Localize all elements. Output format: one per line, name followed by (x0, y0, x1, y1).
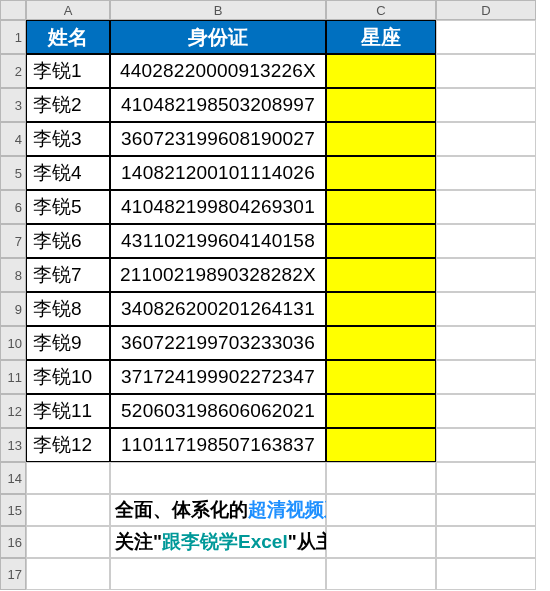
cell-zodiac-2[interactable] (326, 54, 436, 88)
cell-name-5[interactable]: 李锐4 (26, 156, 110, 190)
cell-name-9[interactable]: 李锐8 (26, 292, 110, 326)
cell-D10[interactable] (436, 326, 536, 360)
col-header-D[interactable]: D (436, 0, 536, 20)
row-header-4[interactable]: 4 (0, 122, 26, 156)
row-header-8[interactable]: 8 (0, 258, 26, 292)
row-header-2[interactable]: 2 (0, 54, 26, 88)
cell-zodiac-6[interactable] (326, 190, 436, 224)
cell-zodiac-10[interactable] (326, 326, 436, 360)
cell-C15[interactable] (326, 494, 436, 526)
cell-zodiac-13[interactable] (326, 428, 436, 462)
row-header-12[interactable]: 12 (0, 394, 26, 428)
row-header-9[interactable]: 9 (0, 292, 26, 326)
cell-name-8[interactable]: 李锐7 (26, 258, 110, 292)
cell-id-5[interactable]: 140821200101114026 (110, 156, 326, 190)
cell-D12[interactable] (436, 394, 536, 428)
select-all-corner[interactable] (0, 0, 26, 20)
cell-id-2[interactable]: 44028220000913226X (110, 54, 326, 88)
header-zodiac[interactable]: 星座 (326, 20, 436, 54)
cell-zodiac-4[interactable] (326, 122, 436, 156)
footer-line1: 全面、体系化的超清视频系统课程↓ (110, 494, 326, 526)
cell-D14[interactable] (436, 462, 536, 494)
cell-zodiac-11[interactable] (326, 360, 436, 394)
cell-id-7[interactable]: 431102199604140158 (110, 224, 326, 258)
row-header-7[interactable]: 7 (0, 224, 26, 258)
cell-A16[interactable] (26, 526, 110, 558)
cell-D17[interactable] (436, 558, 536, 590)
cell-B17[interactable] (110, 558, 326, 590)
row-header-15[interactable]: 15 (0, 494, 26, 526)
cell-id-9[interactable]: 340826200201264131 (110, 292, 326, 326)
cell-D5[interactable] (436, 156, 536, 190)
cell-D6[interactable] (436, 190, 536, 224)
footer-brand: 跟李锐学Excel (162, 531, 288, 552)
cell-zodiac-3[interactable] (326, 88, 436, 122)
col-header-C[interactable]: C (326, 0, 436, 20)
cell-id-12[interactable]: 520603198606062021 (110, 394, 326, 428)
cell-id-6[interactable]: 410482199804269301 (110, 190, 326, 224)
cell-C17[interactable] (326, 558, 436, 590)
cell-name-13[interactable]: 李锐12 (26, 428, 110, 462)
cell-zodiac-12[interactable] (326, 394, 436, 428)
cell-zodiac-8[interactable] (326, 258, 436, 292)
cell-D3[interactable] (436, 88, 536, 122)
cell-name-6[interactable]: 李锐5 (26, 190, 110, 224)
cell-D7[interactable] (436, 224, 536, 258)
row-header-16[interactable]: 16 (0, 526, 26, 558)
row-header-13[interactable]: 13 (0, 428, 26, 462)
row-header-1[interactable]: 1 (0, 20, 26, 54)
cell-A17[interactable] (26, 558, 110, 590)
header-name[interactable]: 姓名 (26, 20, 110, 54)
cell-name-12[interactable]: 李锐11 (26, 394, 110, 428)
cell-name-7[interactable]: 李锐6 (26, 224, 110, 258)
cell-D9[interactable] (436, 292, 536, 326)
row-header-17[interactable]: 17 (0, 558, 26, 590)
cell-id-13[interactable]: 110117198507163837 (110, 428, 326, 462)
cell-A14[interactable] (26, 462, 110, 494)
cell-B14[interactable] (110, 462, 326, 494)
cell-D16[interactable] (436, 526, 536, 558)
cell-id-8[interactable]: 21100219890328282X (110, 258, 326, 292)
cell-C14[interactable] (326, 462, 436, 494)
cell-D8[interactable] (436, 258, 536, 292)
row-header-3[interactable]: 3 (0, 88, 26, 122)
cell-name-4[interactable]: 李锐3 (26, 122, 110, 156)
cell-zodiac-9[interactable] (326, 292, 436, 326)
row-header-6[interactable]: 6 (0, 190, 26, 224)
cell-D11[interactable] (436, 360, 536, 394)
cell-D15[interactable] (436, 494, 536, 526)
cell-D13[interactable] (436, 428, 536, 462)
row-header-14[interactable]: 14 (0, 462, 26, 494)
col-header-B[interactable]: B (110, 0, 326, 20)
spreadsheet-grid[interactable]: ABCD1姓名身份证星座2李锐144028220000913226X3李锐241… (0, 0, 550, 590)
cell-id-10[interactable]: 360722199703233036 (110, 326, 326, 360)
cell-id-11[interactable]: 371724199902272347 (110, 360, 326, 394)
row-header-11[interactable]: 11 (0, 360, 26, 394)
cell-id-3[interactable]: 410482198503208997 (110, 88, 326, 122)
footer-text: 关注" (115, 531, 162, 552)
cell-name-11[interactable]: 李锐10 (26, 360, 110, 394)
cell-D1[interactable] (436, 20, 536, 54)
row-header-5[interactable]: 5 (0, 156, 26, 190)
cell-C16[interactable] (326, 526, 436, 558)
cell-A15[interactable] (26, 494, 110, 526)
cell-zodiac-7[interactable] (326, 224, 436, 258)
row-header-10[interactable]: 10 (0, 326, 26, 360)
cell-id-4[interactable]: 360723199608190027 (110, 122, 326, 156)
cell-D4[interactable] (436, 122, 536, 156)
cell-zodiac-5[interactable] (326, 156, 436, 190)
cell-D2[interactable] (436, 54, 536, 88)
footer-line2: 关注"跟李锐学Excel"从主页获取 (110, 526, 326, 558)
col-header-A[interactable]: A (26, 0, 110, 20)
cell-name-10[interactable]: 李锐9 (26, 326, 110, 360)
cell-name-2[interactable]: 李锐1 (26, 54, 110, 88)
header-id[interactable]: 身份证 (110, 20, 326, 54)
footer-text: 全面、体系化的 (115, 499, 248, 520)
cell-name-3[interactable]: 李锐2 (26, 88, 110, 122)
